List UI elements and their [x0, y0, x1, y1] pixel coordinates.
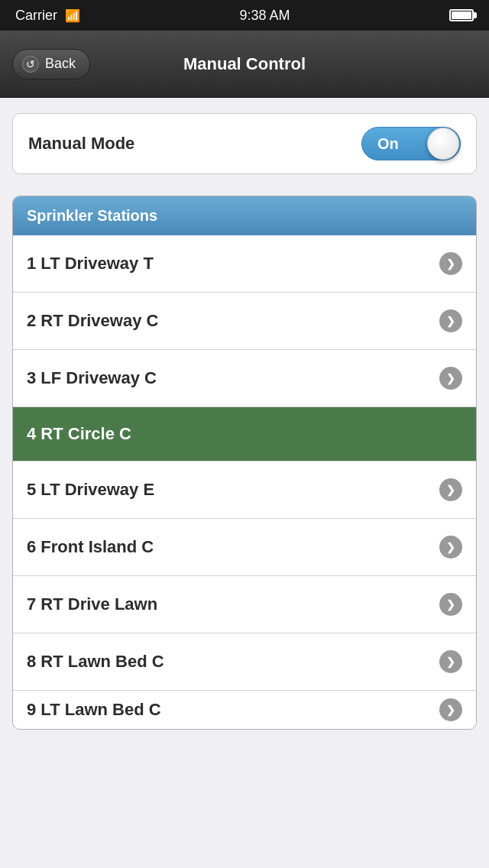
chevron-icon-2: ❯	[439, 309, 462, 332]
station-row-2[interactable]: 2 RT Driveway C ❯	[13, 293, 476, 350]
wifi-icon: 📶	[65, 8, 80, 23]
station-name-1: 1 LT Driveway T	[27, 254, 154, 274]
station-name-3: 3 LF Driveway C	[27, 368, 157, 388]
chevron-icon-1: ❯	[439, 252, 462, 275]
chevron-icon-3: ❯	[439, 367, 462, 390]
manual-mode-card: Manual Mode On	[12, 113, 477, 174]
station-row-3[interactable]: 3 LF Driveway C ❯	[13, 350, 476, 407]
status-left: Carrier 📶	[15, 8, 80, 24]
station-name-7: 7 RT Drive Lawn	[27, 594, 157, 614]
stations-header: Sprinkler Stations	[13, 196, 476, 235]
toggle-on-label: On	[377, 135, 399, 153]
nav-bar: ↺ Back Manual Control	[0, 31, 489, 98]
station-row-6[interactable]: 6 Front Island C ❯	[13, 519, 476, 576]
carrier-label: Carrier	[15, 8, 57, 24]
station-name-6: 6 Front Island C	[27, 537, 154, 557]
station-row-1[interactable]: 1 LT Driveway T ❯	[13, 235, 476, 293]
toggle-knob	[427, 128, 459, 160]
chevron-icon-8: ❯	[439, 650, 462, 673]
back-button[interactable]: ↺ Back	[12, 49, 90, 79]
back-arrow-icon: ↺	[22, 56, 39, 73]
station-name-8: 8 RT Lawn Bed C	[27, 652, 164, 672]
station-row-7[interactable]: 7 RT Drive Lawn ❯	[13, 576, 476, 633]
status-bar: Carrier 📶 9:38 AM	[0, 0, 489, 31]
station-row-5[interactable]: 5 LT Driveway E ❯	[13, 462, 476, 519]
station-name-9: 9 LT Lawn Bed C	[27, 700, 161, 720]
station-row-8[interactable]: 8 RT Lawn Bed C ❯	[13, 633, 476, 691]
station-row-4[interactable]: 4 RT Circle C	[13, 407, 476, 462]
station-name-2: 2 RT Driveway C	[27, 311, 158, 331]
chevron-icon-9: ❯	[439, 698, 462, 721]
chevron-icon-7: ❯	[439, 593, 462, 616]
manual-mode-label: Manual Mode	[28, 134, 134, 154]
station-name-5: 5 LT Driveway E	[27, 480, 154, 500]
station-row-9[interactable]: 9 LT Lawn Bed C ❯	[13, 691, 476, 729]
stations-container: Sprinkler Stations 1 LT Driveway T ❯ 2 R…	[12, 196, 477, 730]
back-label: Back	[45, 56, 76, 72]
manual-mode-toggle[interactable]: On	[361, 127, 461, 160]
battery-icon	[449, 9, 474, 21]
chevron-icon-6: ❯	[439, 536, 462, 559]
station-name-4: 4 RT Circle C	[27, 424, 131, 444]
page-title: Manual Control	[183, 54, 306, 74]
chevron-icon-5: ❯	[439, 478, 462, 501]
content: Manual Mode On Sprinkler Stations 1 LT D…	[0, 98, 489, 730]
time-label: 9:38 AM	[239, 8, 290, 24]
